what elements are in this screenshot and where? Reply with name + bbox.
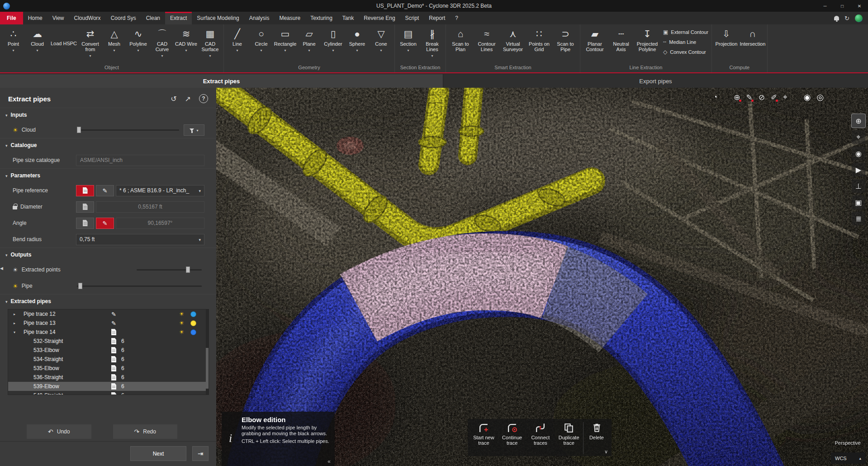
cloud-opacity-slider[interactable] [77,129,179,131]
close-button[interactable]: ✕ [851,0,868,12]
tab-script[interactable]: Script [400,12,424,24]
median-line-button[interactable]: ╌Median Line [663,39,708,45]
tab-analysis[interactable]: Analysis [244,12,275,24]
tab-file[interactable]: File [0,12,23,24]
camera-next-icon[interactable]: ◎ [817,92,824,102]
pipe-size-catalogue-field[interactable]: ASME/ANSI_inch [76,155,204,166]
redo-button[interactable]: ↷Redo [113,424,178,439]
convert-from-button[interactable]: ⇄Convert from [78,24,102,57]
edit-pencil-icon[interactable]: ✎ [111,320,116,327]
extract-pipes-tab[interactable]: Extract pipes [0,74,443,88]
cube-view-icon[interactable]: ▣ [852,195,865,209]
pipe-reference-dropdown[interactable]: * 6 ; ASME B16.9 - LR_inch_ [116,185,204,196]
compass-icon[interactable]: ◔ [713,93,717,102]
notifications-bell-icon[interactable] [834,16,839,20]
pipe-add-icon[interactable]: ⊕ [734,93,740,102]
center-target-icon[interactable]: ⌖ [852,130,865,144]
panel-collapse-handle[interactable]: ◀ [0,266,5,271]
intersection-button[interactable]: ∩Intersection [740,24,766,47]
pipe-reference-catalogue-button[interactable] [76,185,94,196]
next-button[interactable]: Next [130,446,186,461]
outputs-section-header[interactable]: Outputs [0,248,216,262]
first-person-view-icon[interactable]: ◉ [852,147,865,160]
slider-handle[interactable] [186,266,190,273]
viewport-3d[interactable]: ◔ ⊕ ✎ ⊘ ✐ ⌖ ◉ ◎ ⊕ ⌖ ◉ ▶ ⊥ ▣ ≣ i Elbow ed… [216,88,868,466]
tab-tank[interactable]: Tank [337,12,359,24]
scan-to-pipe-button[interactable]: ⊃Scan to Pipe [552,24,579,52]
pipe-reference-edit-button[interactable]: ✎ [96,185,114,196]
tree-scrollbar[interactable] [206,309,209,395]
pipe-trace-row[interactable]: ▾ Pipe trace 14 ☀ [8,328,209,337]
pipe-erase-icon[interactable]: ⊘ [759,93,765,102]
extracted-points-slider[interactable] [137,269,202,271]
cad-surface-button[interactable]: ▦CAD Surface [198,24,222,57]
pipe-segment-row[interactable]: 535-Elbow6 [8,364,209,373]
virtual-surveyor-button[interactable]: ⋏Virtual Surveyor [500,24,526,52]
trace-color-swatch[interactable] [190,320,196,326]
maximize-button[interactable]: □ [834,0,851,12]
points-on-grid-button[interactable]: ∷Points on Grid [526,24,552,52]
sync-status-icon[interactable]: ↻ [844,15,849,22]
external-contour-button[interactable]: ▣External Contour [663,29,708,35]
cursor-icon[interactable]: ▶ [852,163,865,176]
visibility-bulb-icon[interactable]: ☀ [13,283,18,290]
projected-polyline-button[interactable]: ↧Projected Polyline [634,24,660,52]
point-button[interactable]: ∴Point [1,24,25,51]
pipe-edit-icon[interactable]: ✎ [746,93,753,102]
tab-cloudworx[interactable]: CloudWorx [69,12,105,24]
catalogue-section-header[interactable]: Catalogue [0,138,216,152]
visibility-sun-icon[interactable]: ☀ [179,320,184,326]
tab-home[interactable]: Home [23,12,47,24]
tab-texturing[interactable]: Texturing [305,12,337,24]
expander-icon[interactable]: ▾ [14,330,15,334]
tab-coord-sys[interactable]: Coord Sys [106,12,141,24]
tab-extract[interactable]: Extract [165,12,192,24]
line-button[interactable]: ╱Line [225,24,249,51]
trace-color-swatch[interactable] [190,311,196,317]
edit-pencil-icon[interactable]: ✎ [111,311,116,318]
pipe-measure-icon[interactable]: ⌖ [783,93,787,102]
point-cloud-scene[interactable] [216,88,868,466]
app-icon[interactable] [3,3,10,10]
pipe-segment-row[interactable]: 540-Straight6 [8,391,209,395]
expander-icon[interactable]: ▸ [14,312,15,316]
planar-contour-button[interactable]: ▰Planar Contour [582,24,608,52]
continue-trace-button[interactable]: Continue trace [498,422,526,454]
expander-icon[interactable]: ▸ [14,321,15,325]
sphere-button[interactable]: ●Sphere [345,24,369,51]
pipe-draw-icon[interactable]: ✐ [771,93,777,102]
break-lines-button[interactable]: ∦Break Lines [420,24,444,57]
cad-wire-button[interactable]: ≋CAD Wire [174,24,198,51]
tab-reverse-eng[interactable]: Reverse Eng [359,12,400,24]
bend-radius-dropdown[interactable]: 0,75 ft [76,234,204,245]
tab-clean[interactable]: Clean [141,12,165,24]
circle-button[interactable]: ○Circle [249,24,273,51]
convex-contour-button[interactable]: ◇Convex Contour [663,49,708,55]
angle-edit-button[interactable]: ✎ [96,218,114,229]
pipe-opacity-slider[interactable] [77,285,202,287]
exit-workflow-button[interactable]: ⇥ [192,446,209,461]
scan-to-plan-button[interactable]: ⌂Scan to Plan [447,24,474,52]
diameter-catalogue-button[interactable] [76,201,94,213]
pipe-segment-row[interactable]: 534-Straight6 [8,355,209,364]
load-hspc-button[interactable]: Load HSPC [49,24,78,46]
polyline-button[interactable]: ∿Polyline [126,24,150,51]
cloud-button[interactable]: ☁Cloud [25,24,49,51]
section-button[interactable]: ▤Section [396,24,420,51]
plane-button[interactable]: ▱Plane [297,24,321,51]
tab-report[interactable]: Report [424,12,450,24]
slider-handle[interactable] [78,283,82,289]
extracted-pipes-section-header[interactable]: Extracted pipes [0,295,216,308]
wcs-selector[interactable]: WCS ▴ [831,452,865,464]
pipe-trace-row[interactable]: ▸ Pipe trace 13 ✎ ☀ [8,319,209,328]
duplicate-trace-button[interactable]: Duplicate trace [555,422,583,454]
trace-color-swatch[interactable] [190,329,196,335]
help-icon[interactable]: ? [199,94,208,103]
scrollbar-thumb[interactable] [206,348,209,389]
cone-button[interactable]: ▽Cone [369,24,393,51]
start-new-trace-button[interactable]: Start new trace [470,422,498,454]
minimize-button[interactable]: ─ [816,0,834,12]
user-avatar[interactable] [855,14,863,22]
slider-handle[interactable] [77,127,81,133]
tab-view[interactable]: View [47,12,69,24]
